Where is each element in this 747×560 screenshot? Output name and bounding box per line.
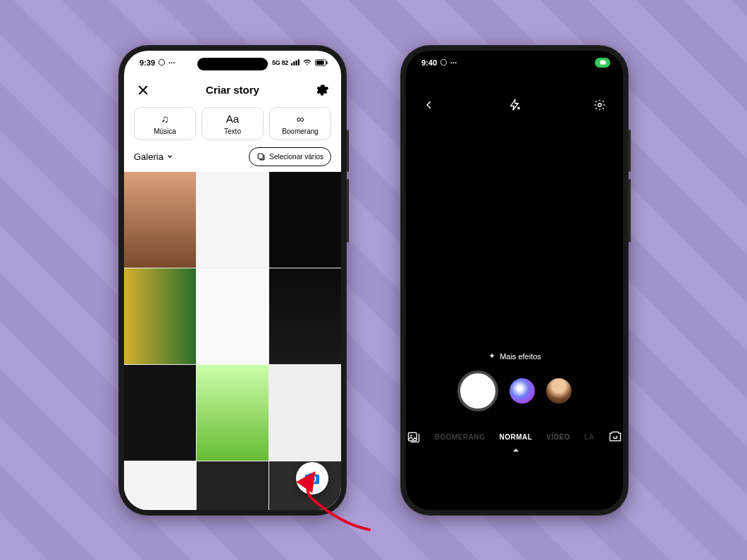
effect-bubble-2[interactable] — [546, 378, 572, 404]
gear-icon — [315, 83, 329, 97]
back-button[interactable] — [420, 100, 438, 110]
story-mode-cards: ♫ Música Aa Texto ∞ Boomerang — [124, 103, 341, 147]
dynamic-island — [197, 58, 268, 70]
gallery-thumb[interactable] — [124, 172, 196, 268]
wifi-icon — [303, 59, 311, 66]
status-time: 9:40 — [421, 58, 437, 67]
gallery-thumb[interactable] — [124, 461, 196, 510]
boomerang-icon: ∞ — [297, 112, 304, 126]
svg-point-5 — [307, 64, 308, 66]
svg-rect-2 — [293, 61, 295, 65]
gallery-label: Galeria — [134, 151, 163, 162]
svg-rect-1 — [291, 63, 292, 66]
svg-rect-3 — [296, 61, 297, 66]
gallery-thumb[interactable] — [197, 172, 268, 268]
svg-rect-8 — [316, 61, 324, 65]
cam-mode-boomerang[interactable]: BOOMERANG — [435, 433, 486, 441]
punch-hole-camera — [510, 59, 519, 68]
mode-boomerang-label: Boomerang — [282, 127, 319, 135]
gallery-thumb[interactable] — [269, 268, 341, 364]
effect-bubble-1[interactable] — [510, 378, 535, 404]
status-indicators: 5G 82 — [272, 59, 288, 66]
status-time: 9:39 — [140, 58, 155, 67]
header-title: Criar story — [152, 84, 313, 96]
more-dots: ··· — [450, 58, 457, 67]
svg-point-0 — [159, 59, 164, 65]
mode-music[interactable]: ♫ Música — [134, 107, 196, 140]
gallery-thumb[interactable] — [197, 461, 268, 510]
flash-button[interactable] — [505, 99, 524, 111]
cam-mode-normal[interactable]: NORMAL — [499, 433, 532, 441]
camera-icon — [304, 471, 320, 486]
shutter-row — [406, 371, 623, 411]
svg-point-10 — [440, 59, 446, 65]
svg-rect-7 — [326, 61, 327, 63]
mode-boomerang[interactable]: ∞ Boomerang — [269, 107, 331, 140]
flip-camera-icon — [608, 430, 622, 444]
svg-point-15 — [410, 435, 412, 437]
select-multiple-label: Selecionar vários — [269, 153, 323, 161]
battery-icon — [314, 59, 328, 66]
camera-in-use-pill — [595, 58, 610, 68]
camera-top-bar — [406, 99, 623, 111]
gallery-thumb[interactable] — [124, 365, 196, 461]
left-phone-frame: 9:39 ··· 5G 82 Criar story ♫ M — [118, 45, 347, 516]
camera-modes: BOOMERANG NORMAL VÍDEO LA — [406, 430, 623, 445]
mode-text-label: Texto — [224, 127, 241, 135]
svg-rect-4 — [298, 59, 300, 66]
multi-select-icon — [257, 152, 266, 161]
mode-text[interactable]: Aa Texto — [202, 107, 264, 140]
flip-camera-button[interactable] — [608, 430, 622, 445]
cam-mode-layout[interactable]: LA — [584, 433, 594, 441]
gallery-thumb[interactable] — [197, 365, 268, 461]
left-phone-screen: 9:39 ··· 5G 82 Criar story ♫ M — [124, 51, 341, 510]
svg-point-13 — [598, 103, 602, 106]
camera-settings-button[interactable] — [591, 99, 609, 111]
cam-mode-video[interactable]: VÍDEO — [546, 433, 570, 441]
settings-button[interactable] — [313, 81, 331, 99]
gallery-thumb[interactable] — [269, 172, 341, 268]
shutter-button[interactable] — [457, 371, 498, 411]
chevron-down-icon — [166, 153, 173, 160]
gallery-shortcut[interactable] — [407, 430, 421, 445]
gear-icon — [593, 99, 606, 111]
story-header: Criar story — [124, 77, 341, 103]
gallery-grid — [124, 172, 341, 510]
more-dots: ··· — [168, 58, 175, 67]
text-icon: Aa — [226, 112, 239, 126]
signal-icon — [291, 59, 300, 66]
gallery-thumb[interactable] — [124, 268, 196, 364]
more-effects-button[interactable]: Mais efeitos — [488, 352, 541, 361]
right-phone-screen: 9:40 ··· Mais e — [406, 51, 623, 510]
gallery-row: Galeria Selecionar vários — [124, 147, 341, 172]
camera-icon — [600, 59, 606, 66]
whatsapp-icon — [158, 58, 166, 66]
gallery-icon — [407, 430, 421, 444]
gallery-thumb[interactable] — [269, 365, 341, 461]
camera-fab[interactable] — [296, 462, 328, 494]
close-button[interactable] — [134, 81, 152, 99]
gallery-dropdown[interactable]: Galeria — [134, 151, 173, 162]
chevron-left-icon — [424, 100, 434, 110]
sparkle-icon — [488, 352, 496, 361]
select-multiple-button[interactable]: Selecionar vários — [249, 147, 331, 166]
svg-rect-9 — [258, 154, 263, 158]
more-effects-label: Mais efeitos — [500, 352, 541, 361]
right-phone-frame: 9:40 ··· Mais e — [400, 45, 629, 516]
flash-off-icon — [508, 99, 521, 111]
whatsapp-icon — [440, 58, 447, 66]
gallery-thumb[interactable] — [197, 268, 268, 364]
music-icon: ♫ — [161, 112, 168, 126]
close-icon — [137, 84, 149, 97]
mode-music-label: Música — [154, 127, 176, 135]
